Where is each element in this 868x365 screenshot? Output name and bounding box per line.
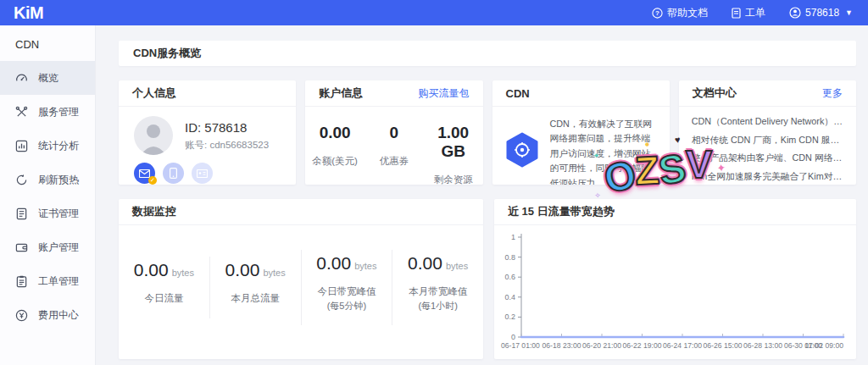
account-stat-label: 优惠券 [364,155,424,168]
doc-link[interactable]: Kim全网加速服务完美融合了Kim对象存储和 CDN ... [692,168,843,185]
svg-text:0.4: 0.4 [504,293,515,301]
top-header: KiM ? 帮助文档 工单 578618 ▼ [0,0,868,25]
cdn-product-card: CDN CDN，有效解决了互联网网络拥塞问题，提升终端用户访问速度，增强网站的可… [492,80,670,185]
sidebar-item-label: 费用中心 [38,308,79,323]
gauge-icon [15,72,28,85]
svg-text:0.6: 0.6 [504,273,515,281]
monitor-stats: 0.00bytes 今日流量0.00bytes 本月总流量0.00bytes 今… [119,225,483,358]
trend-chart-card: 近 15 日流量带宽趋势 00.20.40.60.8106-17 01:0006… [494,199,856,359]
sidebar-item-证书管理[interactable]: 证书管理 [0,196,95,230]
monitor-stat-value: 0.00bytes [119,260,209,280]
svg-text:?: ? [655,9,659,17]
svg-text:0.2: 0.2 [504,312,515,321]
buy-traffic-pack-link[interactable]: 购买流量包 [419,86,470,101]
monitor-stat: 0.00bytes 今日带宽峰值(每5分钟) [301,250,392,326]
app-window: KiM ? 帮助文档 工单 578618 ▼ CDN 概览服务管理统计分析刷新预… [0,0,868,365]
svg-text:07-02 09:00: 07-02 09:00 [804,341,843,350]
help-docs-label: 帮助文档 [667,6,708,20]
user-menu[interactable]: 578618 ▼ [789,7,853,19]
idcard-badge-icon[interactable] [192,163,213,184]
doc-link[interactable]: 相对传统 CDN 厂商，Kim CDN 服务完全实现全自... [692,131,843,150]
sidebar-item-服务管理[interactable]: 服务管理 [0,95,95,129]
mail-badge-icon[interactable]: ✓ [134,163,155,184]
help-docs-link[interactable]: ? 帮助文档 [652,6,708,20]
main-content: CDN服务概览 个人信息 ID: 578618 账号: cdn56683523 [96,25,868,365]
monitor-stat-label: 今日带宽峰值(每5分钟) [302,285,392,314]
account-stats: 0.00 余额(美元)0 优惠券1.00 GB 剩余资源 [305,107,482,185]
svg-text:0.8: 0.8 [504,253,515,262]
help-icon: ? [652,8,663,19]
data-monitor-header: 数据监控 [119,199,483,225]
account-stat-value: 1.00 GB [424,124,483,161]
account-stat-label: 余额(美元) [305,155,364,168]
top-nav: ? 帮助文档 工单 578618 ▼ [652,6,853,20]
trend-chart: 00.20.40.60.8106-17 01:0006-18 23:0006-2… [494,225,856,359]
doc-link[interactable]: 整个产品架构由客户端、CDN 网络、企业源站、... [692,149,843,168]
person-icon [134,116,173,155]
sidebar-item-概览[interactable]: 概览 [0,61,95,95]
sidebar-item-刷新预热[interactable]: 刷新预热 [0,163,95,196]
svg-text:06-28 13:00: 06-28 13:00 [743,341,782,350]
monitor-stat-label: 今日流量 [119,291,209,306]
order-icon [15,275,28,288]
svg-text:06-26 15:00: 06-26 15:00 [704,341,743,350]
sidebar-item-费用中心[interactable]: 费用中心 [0,298,95,332]
docs-center-card: 文档中心 更多 CDN（Content Delivery Network），也即… [679,80,856,185]
sidebar-item-label: 账户管理 [38,241,79,255]
account-info-card-header: 账户信息 购买流量包 [305,80,482,107]
trend-chart-title: 近 15 日流量带宽趋势 [508,204,615,219]
ticket-icon [732,8,741,19]
brand-logo[interactable]: KiM [14,0,43,25]
monitor-stat: 0.00bytes 本月总流量 [209,257,301,318]
personal-info-title: 个人信息 [132,86,176,101]
account-stat-value: 0.00 [305,124,364,142]
cert-icon [15,207,28,220]
docs-more-link[interactable]: 更多 [822,86,843,101]
doc-link[interactable]: CDN（Content Delivery Network），也即内容分发... [692,113,843,131]
account-stat: 0 优惠券 [364,124,424,185]
svg-text:1: 1 [511,233,515,241]
sidebar-item-账户管理[interactable]: 账户管理 [0,230,95,264]
personal-info-body: ID: 578618 账号: cdn56683523 ✓ [119,107,296,184]
sidebar: CDN 概览服务管理统计分析刷新预热证书管理账户管理工单管理费用中心 [0,25,96,365]
account-info-title: 账户信息 [319,86,363,101]
sidebar-item-label: 刷新预热 [38,173,79,187]
sidebar-item-label: 工单管理 [38,274,79,289]
sidebar-item-工单管理[interactable]: 工单管理 [0,264,95,298]
user-id-label: 578618 [805,7,839,19]
monitor-stat-label: 本月带宽峰值(每1小时) [392,285,483,314]
svg-text:06-20 21:00: 06-20 21:00 [582,341,621,350]
tools-icon [15,106,28,119]
work-order-label: 工单 [745,6,765,20]
cdn-card-header: CDN [492,80,670,107]
docs-card-title: 文档中心 [693,86,737,101]
sidebar-item-label: 服务管理 [38,105,79,119]
page-title: CDN服务概览 [119,41,856,66]
wallet-icon [15,241,28,254]
account-stat-value: 0 [364,124,424,142]
sidebar-item-label: 概览 [38,71,58,86]
account-stat: 1.00 GB 剩余资源 [424,124,483,185]
svg-text:06-22 19:00: 06-22 19:00 [623,341,662,350]
fee-icon [15,309,28,322]
cdn-hexagon-icon [504,132,540,185]
avatar [134,116,173,155]
monitor-stat-value: 0.00bytes [210,260,301,280]
sidebar-item-label: 统计分析 [38,139,79,153]
verified-check-icon: ✓ [148,176,157,185]
cdn-card-body: CDN，有效解决了互联网网络拥塞问题，提升终端用户访问速度，增强网站的可用性，同… [492,107,670,185]
cdn-card-title: CDN [506,87,530,100]
sidebar-item-统计分析[interactable]: 统计分析 [0,129,95,163]
chart-icon [15,140,28,152]
monitor-stat-label: 本月总流量 [210,291,301,306]
svg-text:06-17 01:00: 06-17 01:00 [501,341,540,350]
phone-badge-icon[interactable] [163,163,184,184]
sidebar-item-label: 证书管理 [38,207,79,221]
svg-text:06-24 17:00: 06-24 17:00 [663,341,702,350]
monitor-stat-value: 0.00bytes [392,253,483,274]
account-info-card: 账户信息 购买流量包 0.00 余额(美元)0 优惠券1.00 GB 剩余资源 [305,80,482,185]
trend-chart-header: 近 15 日流量带宽趋势 [494,199,856,225]
work-order-link[interactable]: 工单 [732,6,765,20]
sidebar-product-title: CDN [0,25,95,61]
sidebar-menu: 概览服务管理统计分析刷新预热证书管理账户管理工单管理费用中心 [0,61,95,332]
